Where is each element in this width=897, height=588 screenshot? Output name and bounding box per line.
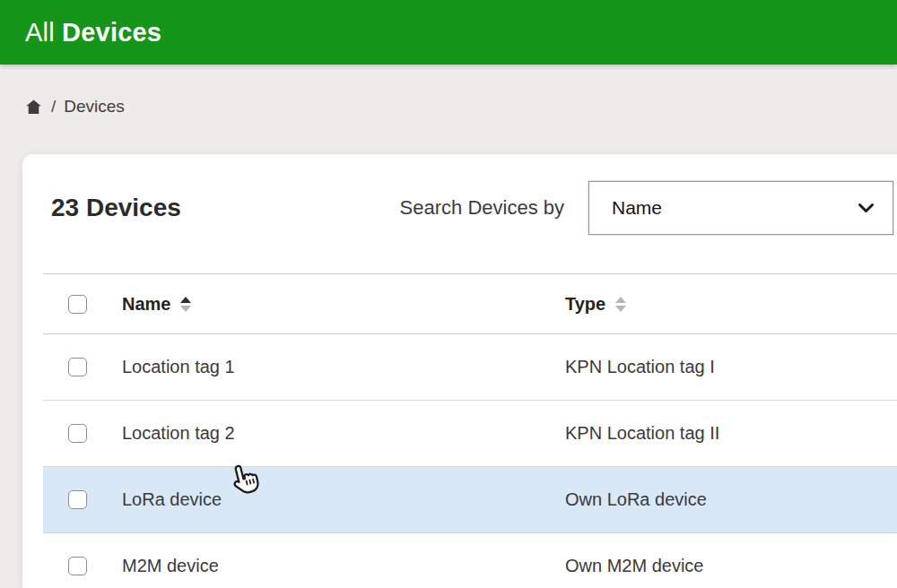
row-type: Own M2M device bbox=[565, 556, 704, 576]
chevron-down-icon bbox=[858, 203, 875, 214]
column-header-name[interactable]: Name bbox=[122, 294, 170, 315]
breadcrumb-separator: / bbox=[51, 97, 56, 117]
row-name[interactable]: M2M device bbox=[122, 556, 219, 576]
page-title-regular: All bbox=[25, 18, 55, 47]
sort-icon-name[interactable] bbox=[180, 297, 191, 312]
app-bar: All Devices bbox=[0, 0, 897, 65]
select-all-checkbox[interactable] bbox=[68, 295, 87, 314]
search-by-select[interactable]: Name bbox=[588, 181, 893, 235]
table-row[interactable]: LoRa device Own LoRa device bbox=[43, 467, 897, 533]
search-by-label: Search Devices by bbox=[400, 196, 564, 220]
device-table: Name Type Location tag 1 KPN Location ta… bbox=[43, 273, 897, 588]
table-row[interactable]: Location tag 2 KPN Location tag II bbox=[43, 401, 897, 467]
home-icon[interactable] bbox=[24, 98, 43, 117]
row-checkbox[interactable] bbox=[68, 358, 87, 376]
row-checkbox[interactable] bbox=[68, 557, 87, 575]
row-checkbox[interactable] bbox=[68, 490, 87, 509]
row-name[interactable]: LoRa device bbox=[122, 489, 222, 510]
page-title: All Devices bbox=[25, 18, 161, 48]
row-type: Own LoRa device bbox=[565, 489, 707, 510]
device-count-heading: 23 Devices bbox=[51, 194, 181, 222]
breadcrumb: / Devices bbox=[24, 96, 897, 117]
search-by-selected-value: Name bbox=[612, 197, 858, 219]
row-checkbox[interactable] bbox=[68, 424, 87, 443]
row-name[interactable]: Location tag 2 bbox=[122, 423, 235, 444]
sort-icon-type[interactable] bbox=[615, 297, 626, 312]
table-row[interactable]: M2M device Own M2M device bbox=[43, 533, 897, 588]
page-title-bold: Devices bbox=[62, 18, 161, 47]
table-header-row: Name Type bbox=[43, 273, 897, 334]
panel-header: 23 Devices Search Devices by Name bbox=[22, 154, 897, 235]
breadcrumb-current[interactable]: Devices bbox=[64, 97, 125, 117]
devices-panel: 23 Devices Search Devices by Name Name T… bbox=[22, 154, 897, 588]
column-header-type[interactable]: Type bbox=[565, 294, 605, 315]
device-table-body: Location tag 1 KPN Location tag I Locati… bbox=[43, 334, 897, 588]
table-row[interactable]: Location tag 1 KPN Location tag I bbox=[43, 334, 897, 401]
row-name[interactable]: Location tag 1 bbox=[122, 357, 235, 377]
row-type: KPN Location tag II bbox=[565, 423, 719, 444]
row-type: KPN Location tag I bbox=[565, 357, 715, 377]
